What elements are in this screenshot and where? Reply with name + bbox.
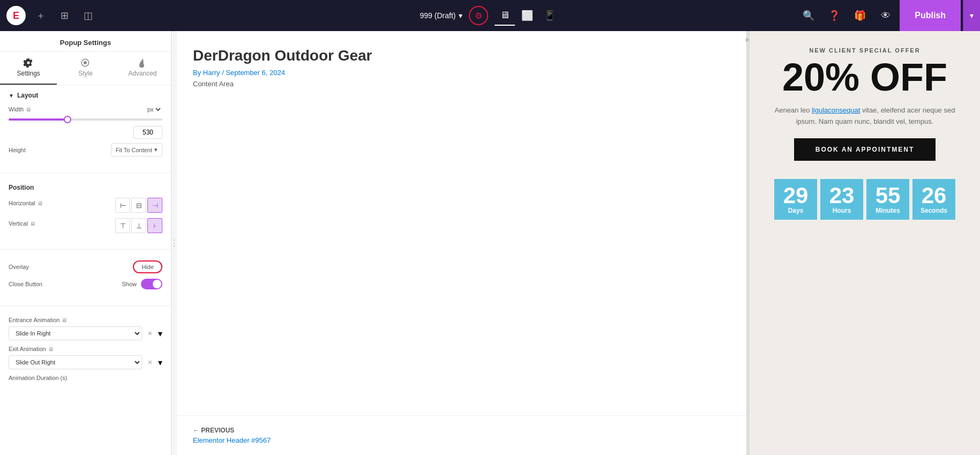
close-button-toggle[interactable] bbox=[141, 279, 162, 289]
position-divider bbox=[0, 249, 171, 250]
canvas-subtitle: Content Area bbox=[193, 80, 730, 88]
main-area: Popup Settings Settings Style Advanced ▼… bbox=[0, 31, 980, 455]
position-section-title: Position bbox=[9, 184, 162, 191]
width-label: Width 🖥 bbox=[9, 106, 31, 113]
width-unit-select[interactable]: px bbox=[145, 106, 162, 113]
exit-responsive-icon: 🖥 bbox=[48, 346, 54, 352]
width-slider-track[interactable] bbox=[9, 118, 162, 121]
tablet-view-button[interactable]: ⬜ bbox=[517, 5, 537, 26]
width-slider-fill bbox=[9, 118, 67, 121]
draft-chevron-icon: ▾ bbox=[459, 11, 462, 20]
preview-button[interactable]: 👁 bbox=[874, 0, 897, 31]
topbar-center: 999 (Draft) ▾ ⚙ 🖥 ⬜ 📱 bbox=[420, 5, 560, 26]
popup-cta-button[interactable]: BOOK AN APPOINTMENT bbox=[794, 138, 936, 161]
layout-section-title[interactable]: ▼ Layout bbox=[9, 92, 162, 99]
align-left-button[interactable]: ⊢ bbox=[115, 198, 130, 213]
height-select[interactable]: Fit To Content ▾ bbox=[111, 143, 162, 156]
popup-discount: 20% OFF bbox=[782, 58, 947, 96]
layout-collapse-arrow: ▼ bbox=[9, 93, 14, 99]
entrance-animation-row: Slide In Right × ▾ bbox=[9, 326, 162, 340]
animation-duration-label: Animation Duration (s) bbox=[9, 375, 162, 381]
svg-point-1 bbox=[84, 61, 87, 64]
popup-preview-panel: NEW CLIENT SPECIAL OFFER 20% OFF Aenean … bbox=[750, 31, 980, 455]
previous-page-link[interactable]: Elementor Header #9567 bbox=[193, 436, 730, 444]
vertical-field-row: Vertical 🖥 ⊤ ⊥ ⊦ bbox=[9, 218, 162, 233]
close-button-row: Close Button Show bbox=[9, 279, 162, 289]
width-number-input[interactable] bbox=[133, 126, 162, 139]
left-panel: Popup Settings Settings Style Advanced ▼… bbox=[0, 31, 171, 455]
width-slider-thumb[interactable] bbox=[64, 116, 71, 123]
height-label: Height bbox=[9, 147, 26, 153]
align-middle-button[interactable]: ⊥ bbox=[131, 218, 146, 233]
settings-gear-button[interactable]: ⚙ bbox=[469, 6, 488, 25]
entrance-animation-label: Entrance Animation 🖥 bbox=[9, 317, 162, 323]
popup-description: Aenean leo ligulaconsequat vitae, eleife… bbox=[774, 105, 956, 128]
close-button-toggle-wrap: Show bbox=[122, 279, 162, 289]
exit-animation-label: Exit Animation 🖥 bbox=[9, 346, 162, 352]
publish-dropdown-button[interactable]: ▾ bbox=[963, 0, 980, 31]
add-element-button[interactable]: ＋ bbox=[32, 7, 49, 24]
entrance-animation-section: Entrance Animation 🖥 Slide In Right × ▾ … bbox=[0, 310, 171, 391]
entrance-animation-select[interactable]: Slide In Right bbox=[9, 326, 142, 340]
canvas-content: DerDragon Outdoor Gear By Harry / Septem… bbox=[177, 31, 746, 415]
panel-tabs: Settings Style Advanced bbox=[0, 51, 171, 85]
vertical-responsive-icon: 🖥 bbox=[30, 221, 35, 227]
height-field-row: Height Fit To Content ▾ bbox=[9, 143, 162, 156]
width-responsive-icon: 🖥 bbox=[26, 107, 31, 113]
horizontal-align-group: ⊢ ⊟ ⊣ bbox=[115, 198, 162, 213]
navigator-button[interactable]: ⊞ bbox=[56, 7, 73, 24]
horizontal-responsive-icon: 🖥 bbox=[38, 200, 43, 206]
entrance-animation-clear-button[interactable]: × bbox=[144, 327, 156, 339]
gift-button[interactable]: 🎁 bbox=[848, 0, 872, 31]
overlay-hide-button[interactable]: Hide bbox=[133, 260, 162, 273]
overlay-row: Overlay Hide bbox=[9, 260, 162, 273]
width-field-row: Width 🖥 px bbox=[9, 106, 162, 113]
close-button-show-label: Show bbox=[122, 281, 137, 287]
width-slider-container bbox=[9, 118, 162, 121]
layers-button[interactable]: ◫ bbox=[79, 7, 96, 24]
device-buttons: 🖥 ⬜ 📱 bbox=[495, 5, 560, 26]
panel-title: Popup Settings bbox=[0, 31, 171, 51]
topbar-left: E ＋ ⊞ ◫ bbox=[6, 6, 96, 25]
width-input-group: px bbox=[145, 106, 162, 113]
draft-label[interactable]: 999 (Draft) ▾ bbox=[420, 11, 463, 20]
canvas-title: DerDragon Outdoor Gear bbox=[193, 47, 730, 64]
vertical-align-group: ⊤ ⊥ ⊦ bbox=[115, 218, 162, 233]
exit-animation-select[interactable]: Slide Out Right bbox=[9, 355, 142, 369]
countdown-row: 29 Days 23 Hours 55 Minutes 26 Seconds bbox=[774, 179, 955, 220]
tab-settings[interactable]: Settings bbox=[0, 51, 57, 85]
exit-animation-clear-button[interactable]: × bbox=[144, 356, 156, 368]
overlay-section: Overlay Hide Close Button Show bbox=[0, 254, 171, 301]
publish-button[interactable]: Publish bbox=[900, 0, 961, 31]
elementor-logo[interactable]: E bbox=[6, 6, 26, 25]
overlay-label: Overlay bbox=[9, 264, 29, 270]
entrance-animation-chevron-icon: ▾ bbox=[158, 329, 162, 339]
panel-resize-handle[interactable] bbox=[171, 31, 177, 455]
layout-section: ▼ Layout Width 🖥 px bbox=[0, 85, 171, 168]
tab-advanced[interactable]: Advanced bbox=[114, 51, 171, 85]
tab-style[interactable]: Style bbox=[57, 51, 114, 85]
search-button[interactable]: 🔍 bbox=[797, 0, 820, 31]
height-select-chevron-icon: ▾ bbox=[154, 146, 158, 153]
popup-special-title: NEW CLIENT SPECIAL OFFER bbox=[809, 47, 920, 54]
topbar-right: 🔍 ❓ 🎁 👁 Publish ▾ bbox=[797, 0, 980, 31]
countdown-seconds: 26 Seconds bbox=[912, 179, 955, 220]
entrance-responsive-icon: 🖥 bbox=[62, 317, 67, 323]
desktop-view-button[interactable]: 🖥 bbox=[495, 5, 515, 26]
canvas-footer: ← PREVIOUS Elementor Header #9567 bbox=[177, 415, 746, 455]
position-section: Position Horizontal 🖥 ⊢ ⊟ ⊣ Vertical 🖥 bbox=[0, 177, 171, 245]
horizontal-label: Horizontal 🖥 bbox=[9, 200, 43, 206]
countdown-hours: 23 Hours bbox=[820, 179, 863, 220]
canvas-area: DerDragon Outdoor Gear By Harry / Septem… bbox=[177, 31, 746, 455]
mobile-view-button[interactable]: 📱 bbox=[540, 5, 560, 26]
countdown-days: 29 Days bbox=[774, 179, 817, 220]
help-button[interactable]: ❓ bbox=[822, 0, 846, 31]
align-top-button[interactable]: ⊤ bbox=[115, 218, 130, 233]
vertical-label: Vertical 🖥 bbox=[9, 220, 35, 227]
align-right-button[interactable]: ⊣ bbox=[147, 198, 162, 213]
align-bottom-button[interactable]: ⊦ bbox=[147, 218, 162, 233]
previous-link[interactable]: ← PREVIOUS bbox=[193, 427, 730, 434]
align-center-h-button[interactable]: ⊟ bbox=[131, 198, 146, 213]
exit-animation-row: Slide Out Right × ▾ bbox=[9, 355, 162, 369]
close-button-label: Close Button bbox=[9, 281, 42, 287]
